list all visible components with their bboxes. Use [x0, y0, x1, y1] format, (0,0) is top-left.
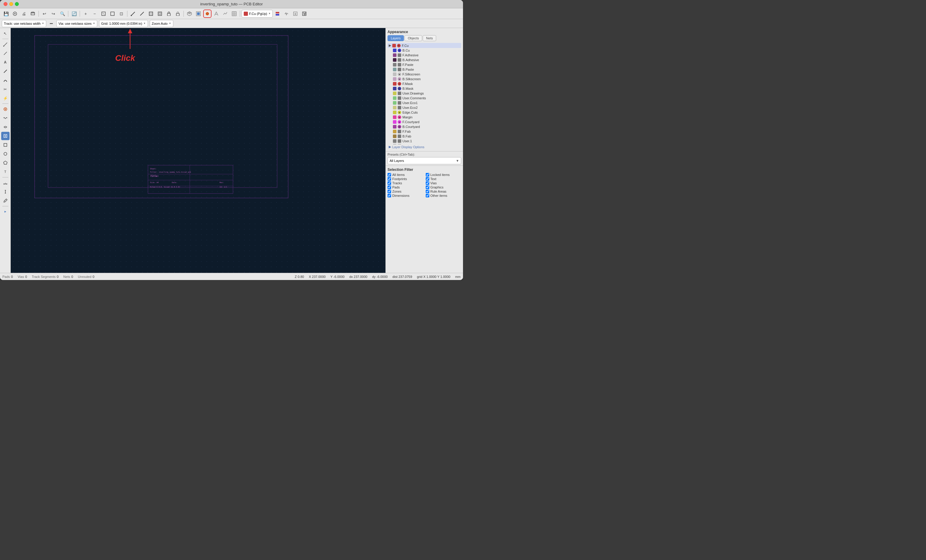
tab-objects[interactable]: Objects: [404, 35, 422, 41]
layer-fcourtyard[interactable]: ● F.Courtyard: [387, 119, 461, 124]
print2-button[interactable]: [29, 9, 37, 18]
left-route-tool[interactable]: [1, 40, 9, 48]
fp-eye[interactable]: □: [398, 63, 401, 66]
netinspect-btn[interactable]: [212, 9, 221, 18]
ue1-eye[interactable]: □: [398, 101, 401, 105]
left-measure-tool[interactable]: [1, 179, 9, 187]
sel-graphics-checkbox[interactable]: [426, 186, 429, 189]
layer-bfab[interactable]: □ B.Fab: [387, 134, 461, 139]
bp-eye[interactable]: □: [398, 68, 401, 71]
zoom-fit-button[interactable]: [99, 9, 108, 18]
zoom-expand-button[interactable]: ⊡: [117, 9, 126, 18]
left-via-tool[interactable]: [1, 105, 9, 113]
left-zoom-tool[interactable]: [1, 208, 9, 216]
fcu-eye[interactable]: ●: [397, 44, 401, 47]
unlock-btn[interactable]: [174, 9, 182, 18]
left-custom1-tool[interactable]: [1, 123, 9, 131]
left-cursor-tool[interactable]: ↖: [1, 29, 9, 38]
highlighted-btn[interactable]: [203, 9, 212, 18]
3d-viewer-btn[interactable]: [185, 9, 194, 18]
layer-fsilk[interactable]: ● F.Silkscreen: [387, 72, 461, 77]
layer-usereco2[interactable]: □ User.Eco2: [387, 105, 461, 110]
left-line-tool[interactable]: [1, 67, 9, 75]
uc-eye[interactable]: □: [398, 96, 401, 100]
layer-fadhesive[interactable]: □ F.Adhesive: [387, 53, 461, 57]
pcb-btn[interactable]: [194, 9, 203, 18]
ue2-eye[interactable]: □: [398, 106, 401, 109]
active-layer-dropdown[interactable]: F.Cu (PgUp) ▼: [242, 10, 273, 18]
netinspect2-btn[interactable]: [221, 9, 229, 18]
layer-ffab[interactable]: □ F.Fab: [387, 129, 461, 134]
close-button[interactable]: [4, 2, 8, 6]
layer-bcourtyard[interactable]: ● B.Courtyard: [387, 124, 461, 129]
sel-other-checkbox[interactable]: [426, 194, 429, 198]
grid-dropdown[interactable]: Grid: 1.0000 mm (0.0394 in) ▼: [99, 20, 148, 27]
bm-eye[interactable]: ●: [398, 87, 401, 91]
tab-layers[interactable]: Layers: [387, 35, 404, 41]
presets-dropdown[interactable]: All Layers ▼: [387, 157, 461, 164]
layer-margin[interactable]: ● Margin: [387, 115, 461, 119]
left-text-tool[interactable]: A: [1, 58, 9, 66]
layer-fmask[interactable]: ● F.Mask: [387, 82, 461, 86]
print-button[interactable]: 🖨: [20, 9, 28, 18]
left-rect-tool[interactable]: [1, 141, 9, 149]
tab-nets[interactable]: Nets: [423, 35, 436, 41]
bcu-eye[interactable]: ●: [398, 48, 401, 52]
left-wand-tool[interactable]: ⚡: [1, 94, 9, 102]
sel-footprints-checkbox[interactable]: [387, 177, 391, 181]
track-width-btn[interactable]: [48, 20, 54, 27]
zoom-in-button[interactable]: +: [82, 9, 90, 18]
layer-bsilk[interactable]: ● B.Silkscreen: [387, 77, 461, 82]
ff-eye[interactable]: □: [398, 130, 401, 133]
layer-fpaste[interactable]: □ F.Paste: [387, 62, 461, 67]
refresh-button[interactable]: 🔄: [70, 9, 78, 18]
sel-zones-checkbox[interactable]: [387, 190, 391, 193]
sel-vias-checkbox[interactable]: [426, 181, 429, 185]
layer-bmask[interactable]: ● B.Mask: [387, 86, 461, 91]
ud-eye[interactable]: □: [398, 92, 401, 95]
sel-dimensions-checkbox[interactable]: [387, 194, 391, 198]
layer-badhesive[interactable]: □ B.Adhesive: [387, 57, 461, 62]
fc-eye[interactable]: ●: [398, 120, 401, 124]
track-width-dropdown[interactable]: Track: use netclass width ▼: [2, 20, 46, 27]
layer-display-options[interactable]: ▶ Layer Display Options: [387, 144, 461, 149]
sel-all-checkbox[interactable]: [387, 173, 391, 177]
search-button[interactable]: 🔍: [58, 9, 67, 18]
left-ruler-tool[interactable]: [1, 49, 9, 57]
left-edit-tool[interactable]: [1, 196, 9, 205]
zoom-out-button[interactable]: −: [91, 9, 99, 18]
netlist-button[interactable]: [11, 9, 19, 18]
layer-fcu[interactable]: ▶ ● F.Cu: [387, 43, 461, 48]
route-btn[interactable]: [129, 9, 137, 18]
bs-eye[interactable]: ●: [398, 77, 401, 81]
route2-btn[interactable]: [138, 9, 146, 18]
layer-bcu[interactable]: ● B.Cu: [387, 48, 461, 53]
minimize-button[interactable]: [9, 2, 13, 6]
sel-tracks-checkbox[interactable]: [387, 181, 391, 185]
left-T-tool[interactable]: T: [1, 168, 9, 176]
schematic-btn[interactable]: [282, 9, 291, 18]
settings-btn[interactable]: [230, 9, 238, 18]
import-btn[interactable]: [291, 9, 300, 18]
bc-eye[interactable]: ●: [398, 125, 401, 128]
left-arc-tool[interactable]: [1, 76, 9, 85]
ec-eye[interactable]: ●: [398, 111, 401, 114]
bf-eye[interactable]: □: [398, 134, 401, 138]
layer-toggle-btn[interactable]: [273, 9, 281, 18]
zoom-dropdown[interactable]: Zoom Auto ▼: [150, 20, 173, 27]
undo-button[interactable]: ↩: [40, 9, 48, 18]
route4-btn[interactable]: [156, 9, 164, 18]
left-polygon-tool[interactable]: [1, 158, 9, 167]
sel-pads-checkbox[interactable]: [387, 186, 391, 189]
layer-edgecuts[interactable]: ● Edge.Cuts: [387, 110, 461, 115]
ba-eye[interactable]: □: [398, 58, 401, 62]
left-dim-tool[interactable]: [1, 187, 9, 196]
sel-text-checkbox[interactable]: [426, 177, 429, 181]
zoom-orig-button[interactable]: [108, 9, 117, 18]
pcb-canvas-area[interactable]: Sheet: Filter: inverting_opamp_tuto.kica…: [11, 28, 386, 273]
sel-rule-areas-checkbox[interactable]: [426, 190, 429, 193]
left-circle-tool[interactable]: [1, 150, 9, 158]
u2-eye[interactable]: □: [398, 144, 401, 144]
fs-eye[interactable]: ●: [398, 72, 401, 76]
export-btn[interactable]: [300, 9, 309, 18]
